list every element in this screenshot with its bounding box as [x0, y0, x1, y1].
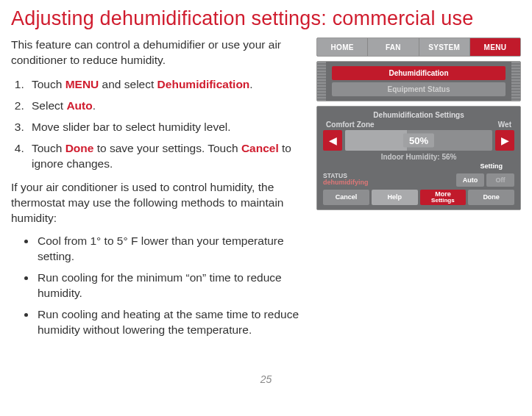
- top-tab-panel: HOME FAN SYSTEM MENU: [316, 37, 521, 57]
- keyword-menu: MENU: [65, 78, 99, 90]
- tab-menu[interactable]: MENU: [470, 38, 520, 56]
- step-3: Move slider bar to select humidity level…: [27, 120, 303, 135]
- menu-item-dehumidification[interactable]: Dehumidification: [332, 66, 506, 80]
- slider-left-button[interactable]: ◀: [323, 130, 342, 151]
- menu-item-equipment-status[interactable]: Equipment Status: [332, 82, 506, 96]
- menu-panel: Dehumidification Equipment Status: [316, 61, 521, 101]
- instruction-text: This feature can control a dehumidifier …: [11, 37, 303, 344]
- bullets-list: Cool from 1° to 5° F lower than your tem…: [11, 234, 303, 338]
- mode-auto-button[interactable]: Auto: [456, 173, 484, 187]
- settings-title: Dehumidification Settings: [323, 111, 514, 119]
- tab-system[interactable]: SYSTEM: [419, 38, 470, 56]
- slider-label-left: Comfort Zone: [326, 121, 375, 129]
- humidity-slider[interactable]: ◀ 50% ▶: [323, 130, 514, 151]
- more-settings-button[interactable]: More Settings: [420, 190, 467, 205]
- status-block: STATUS dehumidifying: [323, 173, 369, 187]
- step-2: Select Auto.: [27, 98, 303, 114]
- tab-home[interactable]: HOME: [317, 38, 368, 56]
- tab-strip: HOME FAN SYSTEM MENU: [317, 38, 520, 56]
- tab-fan[interactable]: FAN: [368, 38, 419, 56]
- bullet-3: Run cooling and heating at the same time…: [36, 307, 303, 338]
- keyword-cancel: Cancel: [241, 142, 279, 154]
- slider-track[interactable]: 50%: [345, 130, 492, 151]
- triangle-left-icon: ◀: [329, 135, 337, 146]
- thermostat-screenshots: HOME FAN SYSTEM MENU Dehumidification Eq…: [316, 37, 521, 344]
- triangle-right-icon: ▶: [501, 135, 509, 146]
- status-value: dehumidifying: [323, 179, 369, 187]
- intro-paragraph: This feature can control a dehumidifier …: [11, 37, 303, 68]
- page-title: Adjusting dehumidification settings: com…: [11, 7, 521, 30]
- settings-panel: Dehumidification Settings Comfort Zone W…: [316, 106, 521, 210]
- page-number: 25: [11, 373, 521, 385]
- slider-label-right: Wet: [498, 121, 511, 129]
- setting-heading: Setting: [480, 162, 503, 170]
- step-1: Touch MENU and select Dehumidification.: [27, 77, 303, 93]
- keyword-auto: Auto: [66, 99, 92, 112]
- steps-list: Touch MENU and select Dehumidification. …: [11, 77, 303, 172]
- mode-off-button[interactable]: Off: [486, 173, 514, 187]
- step-4: Touch Done to save your settings. Touch …: [27, 141, 303, 172]
- keyword-done: Done: [65, 142, 94, 154]
- indoor-humidity-readout: Indoor Humidity: 56%: [323, 153, 514, 161]
- cancel-button[interactable]: Cancel: [323, 190, 369, 205]
- slider-right-button[interactable]: ▶: [495, 130, 514, 151]
- done-button[interactable]: Done: [468, 190, 514, 205]
- sub-intro-paragraph: If your air conditioner is used to contr…: [11, 180, 303, 226]
- slider-value: 50%: [403, 134, 434, 148]
- bullet-2: Run cooling for the minimum “on” time to…: [36, 270, 303, 301]
- keyword-dehumidification: Dehumidification: [157, 78, 250, 90]
- bullet-1: Cool from 1° to 5° F lower than your tem…: [36, 234, 303, 265]
- help-button[interactable]: Help: [372, 190, 418, 205]
